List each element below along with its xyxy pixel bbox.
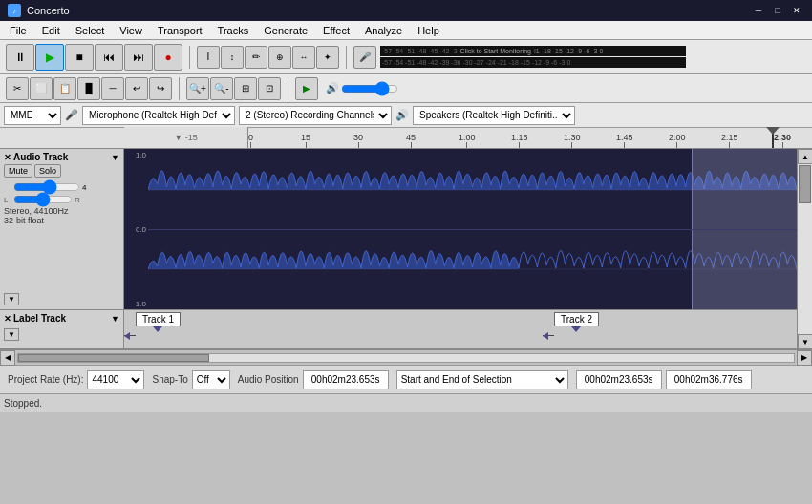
ruler-mark-0: 0 xyxy=(248,133,253,148)
playback-controls: ▶ xyxy=(293,77,320,100)
label-track2-arrow-left xyxy=(543,332,548,340)
menu-item-effect[interactable]: Effect xyxy=(315,23,357,38)
separator3 xyxy=(179,77,180,100)
trim-button[interactable]: ▐▌ xyxy=(77,77,100,100)
titlebar-left: ♪ Concerto xyxy=(8,4,70,17)
close-button[interactable]: ✕ xyxy=(789,3,804,18)
maximize-button[interactable]: □ xyxy=(770,3,785,18)
hscroll-right-button[interactable]: ▶ xyxy=(797,350,812,366)
snap-to-select[interactable]: Off xyxy=(192,370,230,389)
app-title: Concerto xyxy=(27,5,70,16)
audio-position-field2[interactable] xyxy=(576,370,662,389)
channels-select[interactable]: 2 (Stereo) Recording Channels xyxy=(239,106,392,125)
label-track1-box[interactable]: Track 1 xyxy=(136,312,181,326)
mute-button[interactable]: Mute xyxy=(4,164,32,178)
menu-item-select[interactable]: Select xyxy=(68,23,113,38)
ruler-mark-15: 15 xyxy=(301,133,310,148)
envelope-tool-button[interactable]: ↕ xyxy=(221,46,244,69)
label-track-close[interactable]: ✕ xyxy=(4,314,11,324)
status-text: Stopped. xyxy=(4,398,42,409)
mic-button[interactable]: 🎤 xyxy=(353,46,376,69)
position-fields xyxy=(576,370,752,389)
stop-button[interactable]: ■ xyxy=(65,44,94,71)
pan-slider[interactable] xyxy=(13,194,73,205)
menu-item-view[interactable]: View xyxy=(112,23,150,38)
project-rate-label: Project Rate (Hz): xyxy=(8,374,83,385)
input-icon: 🎤 xyxy=(65,109,78,121)
zoom-tool-button[interactable]: ⊕ xyxy=(268,46,291,69)
label-track-content[interactable]: Track 1 Track 2 xyxy=(124,310,797,348)
ruler-mark-215: 2:15 xyxy=(721,133,738,148)
draw-tool-button[interactable]: ✏ xyxy=(245,46,267,69)
separator4 xyxy=(288,77,288,100)
scroll-down-button[interactable]: ▼ xyxy=(798,334,812,349)
silence-button[interactable]: ─ xyxy=(101,77,124,100)
minimize-button[interactable]: ─ xyxy=(751,3,766,18)
solo-button[interactable]: Solo xyxy=(34,164,61,178)
undo-button[interactable]: ↩ xyxy=(125,77,148,100)
input-device-select[interactable]: Microphone (Realtek High Defi... xyxy=(82,106,235,125)
audio-position-field3[interactable] xyxy=(666,370,752,389)
hscroll-track xyxy=(17,353,795,363)
next-button[interactable]: ⏭ xyxy=(124,44,153,71)
toolbar-edit: ✂ ⬜ 📋 ▐▌ ─ ↩ ↪ 🔍+ 🔍- ⊞ ⊡ ▶ 🔊 xyxy=(0,74,812,103)
ruler-mark-145: 1:45 xyxy=(616,133,633,148)
record-button[interactable]: ● xyxy=(154,44,182,71)
zoom-out-button[interactable]: 🔍- xyxy=(210,77,233,100)
menubar: FileEditSelectViewTransportTracksGenerat… xyxy=(0,21,812,40)
track-footer-controls: ▼ xyxy=(4,293,19,305)
project-rate-select[interactable]: 44100 xyxy=(87,370,144,389)
label-track-collapse[interactable]: ▼ xyxy=(111,314,119,324)
menu-item-analyze[interactable]: Analyze xyxy=(357,23,410,38)
hscroll-left-button[interactable]: ◀ xyxy=(0,350,15,366)
multi-tool-button[interactable]: ✦ xyxy=(316,46,339,69)
audio-track-content[interactable]: 1.0 0.0 -1.0 1.0 0.0 -1.0 xyxy=(124,149,797,309)
fit-project-button[interactable]: ⊞ xyxy=(234,77,257,100)
play-green-button[interactable]: ▶ xyxy=(295,77,318,100)
zoom-in-button[interactable]: 🔍+ xyxy=(186,77,209,100)
timeline-ruler: ▼ -15 0 15 30 45 1:00 1:15 1:30 1:45 2:0… xyxy=(0,128,812,149)
audio-position-group: Audio Position xyxy=(238,370,389,389)
scroll-up-button[interactable]: ▲ xyxy=(798,149,812,164)
output-device-select[interactable]: Speakers (Realtek High Definiti... xyxy=(413,106,575,125)
driver-select[interactable]: MME xyxy=(4,106,61,125)
audio-position-field1[interactable] xyxy=(303,370,389,389)
mute-solo-controls: Mute Solo xyxy=(4,164,119,178)
audio-track-close[interactable]: ✕ xyxy=(4,153,11,162)
gain-value: 4 xyxy=(82,183,86,192)
menu-item-generate[interactable]: Generate xyxy=(256,23,315,38)
timeshift-tool-button[interactable]: ↔ xyxy=(292,46,315,69)
titlebar: ♪ Concerto ─ □ ✕ xyxy=(0,0,812,21)
copy-button[interactable]: ⬜ xyxy=(30,77,53,100)
menu-item-edit[interactable]: Edit xyxy=(34,23,68,38)
select-tool-button[interactable]: I xyxy=(197,46,220,69)
mic-control: 🎤 xyxy=(352,46,378,69)
label-track2-box[interactable]: Track 2 xyxy=(554,312,599,326)
fit-selection-button[interactable]: ⊡ xyxy=(258,77,281,100)
selection-type-select[interactable]: Start and End of Selection xyxy=(396,370,568,389)
label-track-menu[interactable]: ▼ xyxy=(4,328,19,341)
output-volume-slider[interactable] xyxy=(341,83,398,94)
hscroll-thumb[interactable] xyxy=(18,354,209,362)
paste-button[interactable]: 📋 xyxy=(53,77,76,100)
menu-item-transport[interactable]: Transport xyxy=(150,23,210,38)
cut-button[interactable]: ✂ xyxy=(6,77,29,100)
audio-track-collapse[interactable]: ▼ xyxy=(111,153,119,162)
toolbar-transport: ⏸ ▶ ■ ⏮ ⏭ ● I ↕ ✏ ⊕ ↔ ✦ 🎤 -57 -54 -51 -4… xyxy=(0,40,812,74)
pause-button[interactable]: ⏸ xyxy=(6,44,34,71)
track-menu-button[interactable]: ▼ xyxy=(4,293,19,305)
menu-item-file[interactable]: File xyxy=(2,23,34,38)
prev-button[interactable]: ⏮ xyxy=(95,44,123,71)
menu-item-tracks[interactable]: Tracks xyxy=(210,23,257,38)
track-info-stereo: Stereo, 44100Hz xyxy=(4,206,119,216)
label-track: ✕ Label Track ▼ ▼ Track 1 xyxy=(0,310,797,349)
label-track-title: Label Track xyxy=(13,313,66,324)
menu-item-help[interactable]: Help xyxy=(410,23,447,38)
audio-track-name: ✕ Audio Track ▼ xyxy=(4,152,119,162)
output-icon: 🔊 xyxy=(395,109,409,121)
vscroll-track xyxy=(798,164,812,334)
play-button[interactable]: ▶ xyxy=(35,44,64,71)
ruler-scale: 0 15 30 45 1:00 1:15 1:30 1:45 2:00 2:15… xyxy=(248,127,812,148)
redo-button[interactable]: ↪ xyxy=(149,77,172,100)
vscroll-thumb[interactable] xyxy=(799,165,811,203)
